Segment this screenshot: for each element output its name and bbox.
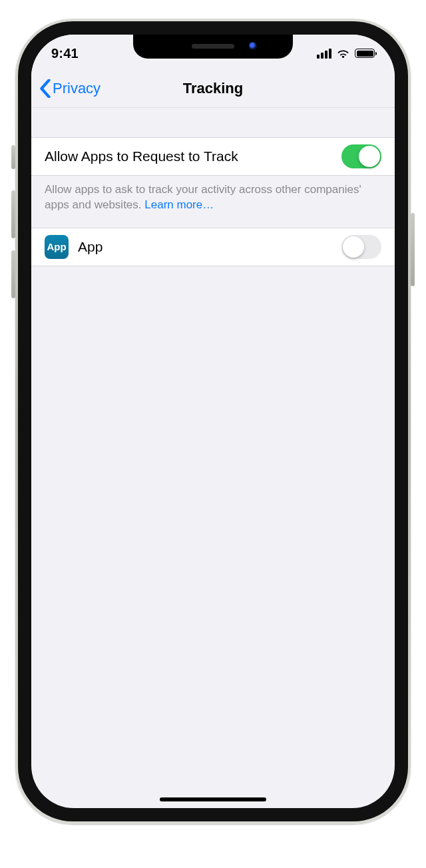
page-title: Tracking <box>183 80 243 97</box>
back-button[interactable]: Privacy <box>39 79 101 98</box>
mute-switch[interactable] <box>11 145 15 169</box>
allow-apps-toggle[interactable] <box>341 144 381 168</box>
volume-up-button[interactable] <box>11 190 15 238</box>
settings-content: Allow Apps to Request to Track Allow app… <box>31 108 395 266</box>
back-label: Privacy <box>53 80 101 97</box>
speaker-grille <box>192 44 234 49</box>
allow-apps-to-request-row: Allow Apps to Request to Track <box>31 137 395 176</box>
front-camera <box>249 42 257 50</box>
allow-apps-label: Allow Apps to Request to Track <box>45 148 341 164</box>
cellular-signal-icon <box>317 49 331 59</box>
nav-bar: Privacy Tracking <box>31 69 395 108</box>
status-time: 9:41 <box>51 46 79 61</box>
app-name-label: App <box>78 239 341 255</box>
wifi-icon <box>336 49 350 59</box>
device-frame: 9:41 Privacy Tracking Allow Apps to Requ… <box>15 19 411 824</box>
battery-icon <box>355 49 375 58</box>
chevron-left-icon <box>39 79 51 98</box>
notch <box>133 35 293 59</box>
app-tracking-toggle[interactable] <box>341 235 381 259</box>
home-indicator[interactable] <box>160 797 266 801</box>
screen: 9:41 Privacy Tracking Allow Apps to Requ… <box>31 35 395 808</box>
volume-down-button[interactable] <box>11 250 15 298</box>
learn-more-link[interactable]: Learn more… <box>144 198 214 211</box>
app-tracking-row: App App <box>31 228 395 266</box>
power-button[interactable] <box>411 213 415 286</box>
app-icon: App <box>45 235 69 259</box>
section-footer: Allow apps to ask to track your activity… <box>31 176 395 228</box>
